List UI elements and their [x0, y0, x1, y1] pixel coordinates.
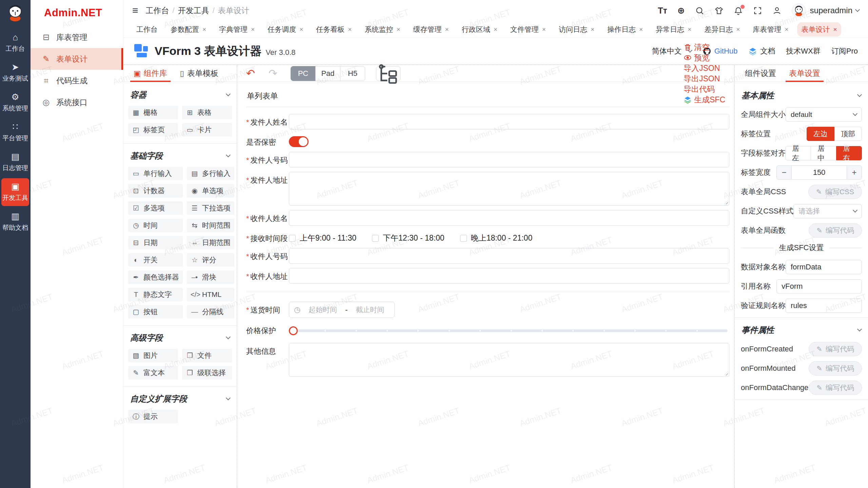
slider-control[interactable] — [289, 323, 729, 339]
tab-close-icon[interactable]: × — [445, 26, 449, 33]
edit-button-form-global-functions[interactable]: ✎编写代码 — [809, 223, 862, 238]
component-item-file[interactable]: ❒文件 — [182, 349, 232, 362]
text-input[interactable] — [289, 210, 729, 226]
form-field-delivery-time[interactable]: *送货时间◷起始时间-截止时间 — [246, 302, 729, 318]
form-canvas[interactable]: 单列表单 *发件人姓名是否保密*发件人号码*发件人地址*收件人姓名*接收时间段上… — [237, 82, 734, 488]
rail-item-system-manage[interactable]: ⚙系统管理 — [1, 89, 29, 117]
input-rules-name[interactable]: rules — [786, 299, 862, 313]
component-item-slider[interactable]: –•滑块 — [187, 270, 234, 284]
component-item-tab-page[interactable]: ◰标签页 — [128, 123, 178, 137]
toggle-switch[interactable] — [289, 136, 309, 147]
text-input[interactable] — [289, 268, 729, 284]
breadcrumb-item[interactable]: 开发工具 — [178, 5, 209, 16]
page-tab-1[interactable]: 参数配置× — [166, 22, 210, 37]
settings-section-1[interactable]: 事件属性 — [741, 319, 862, 342]
text-input[interactable] — [289, 248, 729, 264]
checkbox-option[interactable]: 上午9:00 - 11:30 — [289, 233, 356, 243]
segment-option[interactable]: 顶部 — [834, 127, 862, 141]
component-item-time-range[interactable]: ⇆时间范围 — [187, 219, 234, 232]
redo-icon[interactable]: ↷ — [269, 68, 277, 79]
tab-close-icon[interactable]: × — [494, 26, 497, 33]
device-button-pc[interactable]: PC — [291, 66, 316, 81]
form-field-sender-address[interactable]: *发件人地址 — [246, 172, 729, 206]
page-tab-13[interactable]: 库表管理× — [749, 22, 792, 37]
action-import-json-button[interactable]: 导入JSON — [684, 63, 725, 74]
input-ref-name[interactable]: vForm — [776, 279, 862, 293]
collapse-menu-icon[interactable]: ≡ — [132, 5, 138, 16]
component-item-cascader[interactable]: ❐级联选择 — [182, 366, 232, 380]
form-title[interactable]: 单列表单 — [246, 87, 729, 107]
text-input[interactable] — [289, 114, 729, 129]
component-item-html[interactable]: </>HTML — [187, 288, 234, 301]
docs-link[interactable]: 文档 — [748, 46, 775, 56]
checkbox-option[interactable]: 下午12:30 - 18:00 — [372, 233, 445, 243]
section-header-0[interactable]: 容器 — [128, 85, 232, 106]
edit-button-on-form-mounted[interactable]: ✎编写代码 — [809, 361, 862, 375]
segment-option[interactable]: 居中 — [811, 146, 836, 160]
form-field-price-protection[interactable]: 价格保护 — [246, 322, 729, 339]
time-range-picker[interactable]: ◷起始时间-截止时间 — [289, 302, 395, 318]
form-field-receiver-name[interactable]: *收件人姓名 — [246, 210, 729, 226]
textarea-input[interactable] — [289, 172, 729, 206]
page-tab-6[interactable]: 缓存管理× — [409, 22, 453, 37]
component-item-card[interactable]: ▭卡片 — [182, 123, 232, 137]
component-item-counter[interactable]: ⊡计数器 — [128, 184, 183, 198]
edit-button-on-form-data-change[interactable]: ✎编写代码 — [809, 381, 862, 395]
component-item-picture[interactable]: ▧图片 — [128, 349, 178, 362]
page-tab-9[interactable]: 访问日志× — [555, 22, 598, 37]
username-label[interactable]: superadmin — [810, 6, 852, 15]
component-item-select[interactable]: ☰下拉选项 — [187, 201, 234, 215]
panel-tab-component-library[interactable]: ▣组件库 — [132, 65, 169, 82]
sidebar-item-system-api[interactable]: ◎系统接口 — [31, 92, 123, 113]
tab-close-icon[interactable]: × — [591, 26, 594, 33]
component-item-date[interactable]: ⊟日期 — [128, 236, 183, 249]
user-avatar[interactable] — [792, 3, 806, 18]
component-item-divider[interactable]: —分隔线 — [187, 305, 234, 319]
settings-section-0[interactable]: 基本属性 — [741, 85, 862, 107]
edit-button-on-form-created[interactable]: ✎编写代码 — [809, 342, 862, 356]
checkbox-icon[interactable] — [372, 235, 379, 242]
page-tab-3[interactable]: 任务调度× — [263, 22, 307, 37]
sidebar-item-code-gen[interactable]: ⌗代码生成 — [31, 70, 123, 92]
page-tab-active[interactable]: 表单设计× — [797, 22, 841, 37]
form-field-other-info[interactable]: 其他信息 — [246, 343, 729, 377]
select-custom-css-class[interactable]: 请选择 — [793, 204, 862, 218]
subscribe-pro-link[interactable]: 订阅Pro — [831, 46, 858, 56]
tab-close-icon[interactable]: × — [299, 26, 303, 33]
settings-tab-form-settings[interactable]: 表单设置 — [787, 65, 822, 82]
segment-option[interactable]: 居右 — [836, 146, 862, 160]
fullscreen-icon[interactable] — [753, 6, 762, 15]
component-item-radio[interactable]: ◉单选项 — [187, 184, 234, 198]
component-item-button[interactable]: ▢按钮 — [128, 305, 183, 319]
slider-track[interactable] — [294, 329, 727, 332]
language-icon[interactable]: ⊕ — [677, 5, 685, 16]
text-input[interactable] — [289, 152, 729, 167]
component-item-date-range[interactable]: ⇔日期范围 — [187, 236, 234, 249]
page-tab-8[interactable]: 文件管理× — [506, 22, 550, 37]
theme-shirt-icon[interactable] — [714, 6, 724, 15]
component-item-switch[interactable]: ◐开关 — [128, 253, 183, 267]
form-field-sender-phone[interactable]: *发件人号码 — [246, 152, 729, 167]
page-tab-7[interactable]: 行政区域× — [458, 22, 501, 37]
tab-close-icon[interactable]: × — [542, 26, 546, 33]
tab-close-icon[interactable]: × — [348, 26, 352, 33]
form-field-receiver-phone[interactable]: *收件人号码 — [246, 248, 729, 264]
component-item-time[interactable]: ◷时间 — [128, 219, 183, 232]
user-profile-icon[interactable] — [772, 6, 782, 15]
tab-close-icon[interactable]: × — [639, 26, 643, 33]
node-tree-button[interactable] — [376, 66, 400, 81]
decrease-button[interactable]: − — [777, 166, 792, 179]
page-tab-12[interactable]: 差异日志× — [700, 22, 744, 37]
sidebar-item-table-manage[interactable]: ⊟库表管理 — [31, 26, 123, 48]
page-tab-10[interactable]: 操作日志× — [603, 22, 647, 37]
component-item-single-input[interactable]: ▭单行输入 — [128, 167, 183, 180]
tab-close-icon[interactable]: × — [833, 26, 837, 33]
form-field-receiver-address[interactable]: *收件人地址 — [246, 268, 729, 284]
slider-thumb[interactable] — [289, 326, 298, 335]
component-item-grid[interactable]: ▦栅格 — [128, 106, 178, 119]
action-preview-button[interactable]: 预览 — [684, 53, 725, 63]
sidebar-item-form-design[interactable]: ✎表单设计 — [31, 48, 123, 70]
page-tab-4[interactable]: 任务看板× — [312, 22, 356, 37]
increase-button[interactable]: + — [847, 166, 862, 179]
component-item-rate[interactable]: ☆评分 — [187, 253, 234, 267]
